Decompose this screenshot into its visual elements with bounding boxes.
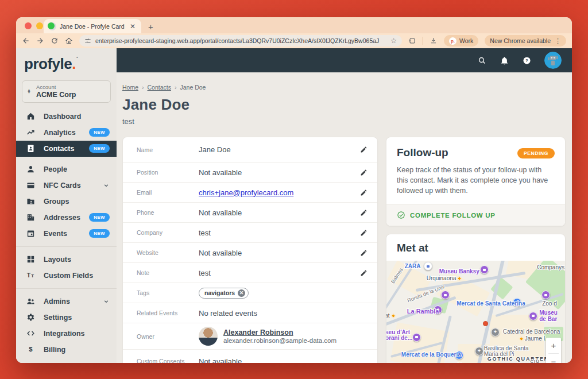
- map-label: Museu de Bar: [539, 310, 563, 322]
- bookmark-star-icon[interactable]: ☆: [390, 37, 397, 45]
- help-icon[interactable]: ?: [522, 56, 532, 65]
- browser-tab[interactable]: P Jane Doe - Profyle Card ✕: [44, 19, 141, 33]
- contact-row-phone: PhoneNot available: [123, 203, 377, 223]
- sidebar-item-addresses[interactable]: AddressesNEW: [16, 210, 117, 226]
- account-selector[interactable]: ▲▼ Account ACME Corp: [22, 80, 111, 103]
- map-label: Urquinaona: [427, 275, 462, 281]
- tab-strip: P Jane Doe - Profyle Card ✕ +: [16, 17, 572, 33]
- owner-avatar: [199, 327, 218, 346]
- edit-pencil-icon[interactable]: [358, 169, 369, 176]
- map-label: Companys: [537, 264, 564, 270]
- email-link[interactable]: chris+jane@profylecard.com: [199, 188, 293, 197]
- sidebar-item-layouts[interactable]: Layouts: [16, 252, 117, 268]
- sidebar-item-label: Groups: [44, 198, 110, 206]
- met-at-title: Met at: [386, 234, 565, 261]
- contact-row-email: Emailchris+jane@profylecard.com: [123, 183, 377, 203]
- sidebar-item-label: Settings: [44, 314, 110, 322]
- app-logo: profyle.•: [16, 48, 117, 72]
- map-pin-metro: [424, 262, 432, 270]
- new-badge: NEW: [89, 229, 110, 238]
- sidebar-item-label: Addresses: [44, 214, 81, 222]
- svg-text:$: $: [29, 346, 33, 353]
- complete-followup-button[interactable]: COMPLETE FOLLOW UP: [386, 204, 565, 226]
- pin-glyph: [532, 315, 535, 317]
- sidebar-item-admins[interactable]: Admins: [16, 293, 117, 310]
- contact-row-tags: Tagsnavigators✕: [123, 283, 377, 303]
- edit-pencil-icon[interactable]: [358, 229, 369, 237]
- field-value: chris+jane@profylecard.com: [199, 188, 358, 197]
- pin-glyph: [427, 265, 430, 268]
- content-columns: NameJane DoePositionNot availableEmailch…: [122, 137, 566, 363]
- sidebar-item-label: NFC Cards: [44, 181, 95, 190]
- map-label: Ronda de la Univ: [407, 284, 446, 303]
- extensions-icon[interactable]: [408, 37, 416, 45]
- close-window-button[interactable]: [25, 22, 32, 29]
- url-bar[interactable]: enterprise-profylecard-staging.web.app/p…: [79, 35, 402, 47]
- sidebar-item-contacts[interactable]: ContactsNEW: [16, 141, 117, 157]
- maximize-window-button[interactable]: [48, 22, 55, 29]
- sidebar-item-groups[interactable]: Groups: [16, 194, 117, 210]
- tag-remove-icon[interactable]: ✕: [238, 289, 245, 297]
- new-badge: NEW: [89, 128, 110, 137]
- site-settings-icon[interactable]: [84, 37, 91, 44]
- browser-window: P Jane Doe - Profyle Card ✕ + enterprise…: [16, 17, 572, 363]
- chrome-update-button[interactable]: New Chrome available ⋮: [485, 35, 566, 47]
- browser-menu-icon[interactable]: ⋮: [555, 37, 561, 45]
- sidebar-item-billing[interactable]: $Billing: [16, 342, 117, 358]
- sidebar-item-nfc-cards[interactable]: NFC Cards: [16, 177, 117, 194]
- edit-pencil-icon[interactable]: [358, 249, 369, 257]
- breadcrumb-link[interactable]: Contacts: [148, 84, 171, 91]
- home-icon[interactable]: [65, 37, 73, 45]
- card-icon: [25, 180, 36, 191]
- field-value: Jane Doe: [199, 145, 358, 154]
- map-pin-purple: [541, 291, 550, 299]
- map-pin-graycross: +: [491, 328, 500, 337]
- tab-title: Jane Doe - Profyle Card: [60, 23, 125, 30]
- sidebar-item-dashboard[interactable]: Dashboard: [16, 109, 117, 125]
- back-icon[interactable]: [22, 37, 30, 45]
- new-tab-button[interactable]: +: [148, 22, 153, 31]
- field-value: test: [199, 229, 358, 237]
- minimize-window-button[interactable]: [36, 22, 43, 29]
- breadcrumb-link[interactable]: Home: [122, 84, 138, 91]
- reload-icon[interactable]: [51, 37, 59, 45]
- sidebar-item-custom-fields[interactable]: TTCustom Fields: [16, 268, 117, 284]
- user-avatar[interactable]: [544, 52, 562, 69]
- sidebar-item-integrations[interactable]: Integrations: [16, 326, 117, 342]
- field-label: Tags: [137, 289, 199, 296]
- sidebar-item-settings[interactable]: Settings: [16, 310, 117, 326]
- poi-diamond-icon: [390, 314, 395, 318]
- map-pin-graycross: +: [475, 347, 483, 355]
- sidebar-item-analytics[interactable]: AnalyticsNEW: [16, 125, 117, 141]
- contact-row-owner: OwnerAlexander Robinsonalexander.robinso…: [123, 323, 377, 350]
- zoom-out-button[interactable]: −: [546, 354, 561, 363]
- chevron-down-icon: [103, 298, 110, 305]
- forward-icon[interactable]: [36, 37, 44, 45]
- tab-close-icon[interactable]: ✕: [129, 22, 137, 30]
- pin-glyph: [415, 336, 418, 338]
- edit-pencil-icon[interactable]: [358, 146, 369, 153]
- sidebar-item-people[interactable]: People: [16, 161, 117, 177]
- pin-glyph: [483, 269, 486, 271]
- edit-pencil-icon[interactable]: [358, 269, 369, 277]
- logo-dot: .: [72, 55, 76, 72]
- search-icon[interactable]: [477, 56, 487, 65]
- sidebar-item-events[interactable]: EventsNEW: [16, 226, 117, 242]
- map[interactable]: +++ZARAMuseu BanksyUrquinaonaCompanysBal…: [386, 261, 565, 363]
- map-label: Catedral de Barcelona: [503, 328, 560, 335]
- owner-name-link[interactable]: Alexander Robinson: [223, 328, 336, 337]
- edit-pencil-icon[interactable]: [358, 209, 369, 216]
- field-label: Phone: [137, 209, 199, 216]
- edit-pencil-icon[interactable]: [358, 189, 369, 196]
- app-header: ?: [117, 48, 572, 72]
- map-label: itat: [386, 312, 395, 319]
- account-name: ACME Corp: [36, 91, 106, 99]
- gear-icon: [25, 312, 36, 323]
- owner-info: Alexander Robinsonalexander.robinson@sam…: [199, 327, 369, 346]
- contact-row-custom-consents: Custom ConsentsNot available: [123, 350, 377, 363]
- zoom-in-button[interactable]: +: [546, 338, 561, 353]
- browser-profile-chip[interactable]: p. Work: [444, 35, 478, 47]
- home-icon: [25, 111, 36, 122]
- downloads-icon[interactable]: [430, 37, 438, 45]
- notifications-bell-icon[interactable]: [500, 56, 509, 65]
